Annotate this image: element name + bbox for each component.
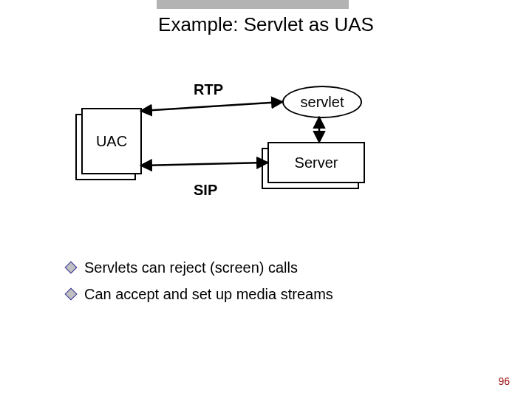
sip-arrow	[142, 163, 267, 166]
rtp-arrow	[142, 102, 282, 111]
bullet-diamond-icon	[65, 262, 78, 274]
header-decoration-bar	[157, 0, 349, 9]
list-item: Servlets can reject (screen) calls	[66, 256, 333, 279]
architecture-diagram: UAC servlet Server RTP SIP	[75, 80, 386, 228]
page-number: 96	[498, 375, 510, 387]
bullet-diamond-icon	[65, 288, 78, 301]
list-item: Can accept and set up media streams	[66, 282, 333, 306]
bullet-text: Can accept and set up media streams	[84, 282, 333, 306]
bullet-text: Servlets can reject (screen) calls	[84, 256, 298, 279]
diagram-arrows	[75, 80, 386, 228]
slide-title: Example: Servlet as UAS	[0, 13, 532, 36]
bullet-list: Servlets can reject (screen) calls Can a…	[66, 256, 333, 309]
